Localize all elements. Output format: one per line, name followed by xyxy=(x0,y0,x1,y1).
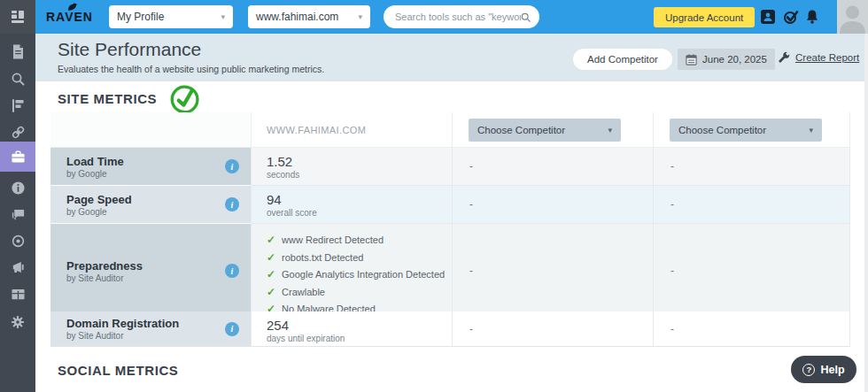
competitor1-value-cell: - xyxy=(452,224,653,319)
sidebar-item-reports[interactable] xyxy=(0,41,35,62)
metric-value: 1.52 xyxy=(267,154,452,169)
row-label: Page Speed xyxy=(66,193,251,206)
layout-columns-icon xyxy=(11,288,26,301)
tasks-check-icon[interactable] xyxy=(783,9,799,25)
search-input[interactable] xyxy=(395,12,521,22)
sidebar-item-targeting[interactable] xyxy=(0,230,35,251)
competitor1-value-cell: - xyxy=(452,186,653,224)
header-cell-empty xyxy=(50,112,251,148)
date-value: June 20, 2025 xyxy=(702,54,767,65)
left-sidebar xyxy=(0,34,35,392)
site-value-cell: ✓ www Redirect Detected ✓ robots.txt Det… xyxy=(251,224,452,319)
info-icon[interactable]: i xyxy=(225,197,239,211)
choose-competitor-label: Choose Competitor xyxy=(678,125,766,135)
info-icon[interactable]: i xyxy=(225,159,239,173)
competitor2-value-cell: - xyxy=(653,224,850,319)
metric-unit: days until expiration xyxy=(267,334,452,343)
choose-competitor-dropdown-2[interactable]: Choose Competitor ▾ xyxy=(670,119,822,142)
table-row-domain-registration: Domain Registration by Site Auditor i 25… xyxy=(50,311,850,347)
row-label: Preparedness xyxy=(66,259,251,273)
check-icon: ✓ xyxy=(267,266,275,284)
metric-value: 254 xyxy=(267,318,452,333)
preparedness-check: ✓ Google Analytics Integration Detected xyxy=(267,266,452,284)
help-label: Help xyxy=(820,364,844,376)
target-icon xyxy=(11,234,26,249)
social-metrics-heading: SOCIAL METRICS xyxy=(58,363,178,378)
choose-competitor-dropdown-1[interactable]: Choose Competitor ▾ xyxy=(469,119,621,142)
table-row-load-time: Load Time by Google i 1.52 seconds - - xyxy=(50,148,850,186)
row-source: by Site Auditor xyxy=(66,273,251,283)
bell-icon[interactable] xyxy=(804,9,820,25)
search-icon xyxy=(521,12,531,23)
megaphone-icon xyxy=(11,260,26,274)
raven-bird-icon xyxy=(66,1,78,12)
competitor2-value-cell: - xyxy=(653,186,850,224)
contact-card-icon[interactable] xyxy=(760,9,776,25)
competitor2-value-cell: - xyxy=(653,148,850,186)
create-report-link[interactable]: Create Report xyxy=(778,51,859,64)
green-check-stamp-icon xyxy=(167,81,203,117)
add-competitor-button[interactable]: Add Competitor xyxy=(573,49,672,70)
social-metrics-heading-text: SOCIAL METRICS xyxy=(58,363,178,378)
table-header-row: WWW.FAHIMAI.COM Choose Competitor ▾ Choo… xyxy=(50,112,850,148)
top-navigation-bar: RAVEN My Profile ▾ www.fahimai.com ▾ Upg… xyxy=(0,0,868,34)
site-value-cell: 1.52 seconds xyxy=(251,148,452,186)
tool-search xyxy=(384,5,539,28)
sidebar-item-insights[interactable] xyxy=(0,177,35,198)
choose-competitor-label: Choose Competitor xyxy=(477,125,565,135)
site-metrics-table: WWW.FAHIMAI.COM Choose Competitor ▾ Choo… xyxy=(50,112,850,347)
competitor1-value-cell: - xyxy=(452,311,653,347)
preparedness-check: ✓ Crawlable xyxy=(267,284,452,302)
search-icon xyxy=(11,72,25,86)
vertical-scrollbar[interactable] xyxy=(864,34,868,392)
check-icon: ✓ xyxy=(267,250,275,267)
app-grid-button[interactable] xyxy=(0,0,35,34)
row-label-cell: Preparedness by Site Auditor i xyxy=(50,224,251,319)
rankings-flag-icon xyxy=(11,98,25,113)
link-icon xyxy=(11,125,26,140)
gear-icon xyxy=(11,315,25,329)
check-label: Crawlable xyxy=(282,284,325,302)
sidebar-item-settings[interactable] xyxy=(0,311,35,333)
metric-unit: seconds xyxy=(267,170,452,180)
metric-unit: overall score xyxy=(267,208,452,218)
user-avatar[interactable] xyxy=(837,0,868,34)
site-value-cell: 254 days until expiration xyxy=(251,311,452,347)
metric-value: 94 xyxy=(267,192,452,207)
website-dropdown-value: www.fahimai.com xyxy=(256,11,338,23)
competitor1-value-cell: - xyxy=(452,148,653,186)
check-label: Google Analytics Integration Detected xyxy=(282,266,445,284)
sidebar-item-conversations[interactable] xyxy=(0,204,35,226)
sidebar-item-campaigns[interactable] xyxy=(0,257,35,278)
row-source: by Google xyxy=(66,207,251,217)
table-row-page-speed: Page Speed by Google i 94 overall score … xyxy=(50,186,850,224)
help-button[interactable]: ? Help xyxy=(791,356,856,383)
table-row-preparedness: Preparedness by Site Auditor i ✓ www Red… xyxy=(50,224,850,311)
sidebar-item-site-performance-active[interactable] xyxy=(0,142,35,172)
website-dropdown[interactable]: www.fahimai.com ▾ xyxy=(248,5,370,28)
sidebar-item-content[interactable] xyxy=(0,283,35,304)
calendar-icon xyxy=(686,54,697,65)
page-title: Site Performance xyxy=(58,39,201,60)
row-label-cell: Page Speed by Google i xyxy=(50,186,251,224)
info-icon[interactable]: i xyxy=(225,322,239,336)
raven-logo[interactable]: RAVEN xyxy=(46,10,93,24)
sidebar-item-rankings[interactable] xyxy=(0,95,35,116)
competitor1-header-cell: Choose Competitor ▾ xyxy=(452,112,653,148)
info-circle-icon xyxy=(11,181,26,196)
person-silhouette-icon xyxy=(837,0,868,34)
check-label: www Redirect Detected xyxy=(282,232,384,250)
site-metrics-heading-text: SITE METRICS xyxy=(58,91,157,106)
chevron-down-icon: ▾ xyxy=(608,126,612,135)
upgrade-account-button[interactable]: Upgrade Account xyxy=(654,7,755,27)
profile-dropdown-value: My Profile xyxy=(117,11,164,23)
sidebar-item-research[interactable] xyxy=(0,68,35,89)
row-label: Load Time xyxy=(66,155,251,168)
check-icon: ✓ xyxy=(267,284,275,302)
sidebar-item-links[interactable] xyxy=(0,121,35,142)
chat-bubbles-icon xyxy=(11,208,26,222)
briefcase-icon xyxy=(11,150,26,164)
profile-dropdown[interactable]: My Profile ▾ xyxy=(109,5,233,28)
site-column-header: WWW.FAHIMAI.COM xyxy=(251,112,452,148)
date-picker[interactable]: June 20, 2025 xyxy=(678,49,775,70)
